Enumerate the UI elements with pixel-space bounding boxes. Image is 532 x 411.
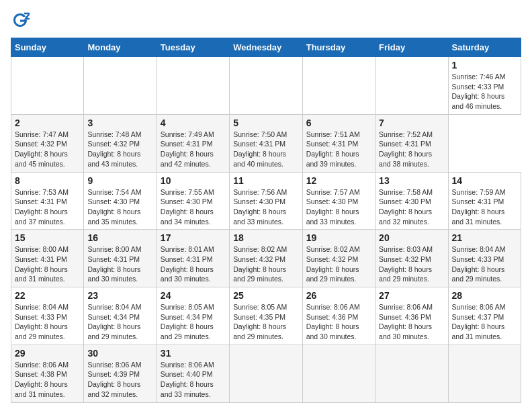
day-number: 19 — [306, 232, 371, 243]
day-cell-13: 13Sunrise: 7:58 AMSunset: 4:30 PMDayligh… — [375, 172, 448, 230]
calendar-header-row: SundayMondayTuesdayWednesdayThursdayFrid… — [11, 38, 521, 57]
day-cell-1: 1Sunrise: 7:46 AMSunset: 4:33 PMDaylight… — [448, 57, 521, 115]
day-cell-12: 12Sunrise: 7:57 AMSunset: 4:30 PMDayligh… — [302, 172, 375, 230]
day-cell-24: 24Sunrise: 8:05 AMSunset: 4:34 PMDayligh… — [157, 287, 229, 345]
day-cell-9: 9Sunrise: 7:54 AMSunset: 4:30 PMDaylight… — [84, 172, 157, 230]
day-cell-7: 7Sunrise: 7:52 AMSunset: 4:31 PMDaylight… — [375, 114, 448, 172]
day-number: 23 — [87, 290, 152, 301]
header-sunday: Sunday — [11, 38, 84, 57]
day-detail: Sunrise: 8:06 AMSunset: 4:39 PMDaylight:… — [87, 361, 141, 398]
day-cell-21: 21Sunrise: 8:04 AMSunset: 4:33 PMDayligh… — [448, 230, 521, 287]
empty-cell — [84, 57, 157, 115]
day-cell-15: 15Sunrise: 8:00 AMSunset: 4:31 PMDayligh… — [11, 230, 84, 287]
day-detail: Sunrise: 8:03 AMSunset: 4:32 PMDaylight:… — [379, 245, 433, 283]
header-monday: Monday — [84, 38, 157, 57]
day-detail: Sunrise: 7:56 AMSunset: 4:30 PMDaylight:… — [233, 188, 287, 226]
day-detail: Sunrise: 7:57 AMSunset: 4:30 PMDaylight:… — [306, 188, 360, 226]
week-row-3: 15Sunrise: 8:00 AMSunset: 4:31 PMDayligh… — [11, 230, 521, 287]
day-number: 8 — [15, 175, 80, 186]
day-detail: Sunrise: 7:46 AMSunset: 4:33 PMDaylight:… — [452, 73, 506, 110]
day-detail: Sunrise: 7:49 AMSunset: 4:31 PMDaylight:… — [161, 130, 214, 168]
day-cell-17: 17Sunrise: 8:01 AMSunset: 4:31 PMDayligh… — [157, 230, 229, 287]
empty-cell — [375, 345, 448, 402]
day-number: 22 — [15, 290, 80, 301]
day-cell-22: 22Sunrise: 8:04 AMSunset: 4:33 PMDayligh… — [11, 287, 84, 345]
day-number: 18 — [233, 232, 298, 243]
header-wednesday: Wednesday — [230, 38, 302, 57]
day-number: 21 — [452, 232, 517, 243]
day-cell-10: 10Sunrise: 7:55 AMSunset: 4:30 PMDayligh… — [157, 172, 229, 230]
day-number: 26 — [306, 290, 371, 301]
day-number: 29 — [15, 348, 80, 359]
day-cell-6: 6Sunrise: 7:51 AMSunset: 4:31 PMDaylight… — [302, 114, 375, 172]
day-number: 6 — [306, 118, 371, 128]
day-number: 17 — [161, 232, 226, 243]
day-detail: Sunrise: 8:04 AMSunset: 4:33 PMDaylight:… — [452, 245, 506, 283]
day-number: 20 — [379, 232, 444, 243]
logo-icon — [11, 11, 30, 30]
header-thursday: Thursday — [302, 38, 375, 57]
day-detail: Sunrise: 8:06 AMSunset: 4:37 PMDaylight:… — [452, 303, 506, 340]
day-detail: Sunrise: 8:06 AMSunset: 4:38 PMDaylight:… — [15, 361, 69, 398]
day-detail: Sunrise: 8:05 AMSunset: 4:34 PMDaylight:… — [161, 303, 214, 340]
day-number: 1 — [452, 60, 517, 71]
day-cell-31: 31Sunrise: 8:06 AMSunset: 4:40 PMDayligh… — [157, 345, 229, 402]
day-detail: Sunrise: 8:04 AMSunset: 4:33 PMDaylight:… — [15, 303, 69, 340]
day-cell-18: 18Sunrise: 8:02 AMSunset: 4:32 PMDayligh… — [230, 230, 302, 287]
day-number: 30 — [87, 348, 152, 359]
day-cell-14: 14Sunrise: 7:59 AMSunset: 4:31 PMDayligh… — [448, 172, 521, 230]
day-number: 14 — [452, 175, 517, 186]
day-number: 5 — [233, 118, 298, 128]
day-detail: Sunrise: 8:06 AMSunset: 4:40 PMDaylight:… — [161, 361, 214, 398]
day-detail: Sunrise: 8:06 AMSunset: 4:36 PMDaylight:… — [306, 303, 360, 340]
empty-cell — [302, 345, 375, 402]
header-saturday: Saturday — [448, 38, 521, 57]
day-detail: Sunrise: 8:04 AMSunset: 4:34 PMDaylight:… — [87, 303, 141, 340]
week-row-2: 8Sunrise: 7:53 AMSunset: 4:31 PMDaylight… — [11, 172, 521, 230]
day-detail: Sunrise: 7:59 AMSunset: 4:31 PMDaylight:… — [452, 188, 506, 226]
day-detail: Sunrise: 8:01 AMSunset: 4:31 PMDaylight:… — [161, 245, 214, 283]
day-number: 3 — [87, 118, 152, 128]
day-number: 9 — [87, 175, 152, 186]
empty-cell — [302, 57, 375, 115]
week-row-0: 1Sunrise: 7:46 AMSunset: 4:33 PMDaylight… — [11, 57, 521, 115]
day-cell-28: 28Sunrise: 8:06 AMSunset: 4:37 PMDayligh… — [448, 287, 521, 345]
day-detail: Sunrise: 7:51 AMSunset: 4:31 PMDaylight:… — [306, 130, 360, 168]
day-number: 28 — [452, 290, 517, 301]
logo — [11, 11, 32, 30]
day-cell-20: 20Sunrise: 8:03 AMSunset: 4:32 PMDayligh… — [375, 230, 448, 287]
day-detail: Sunrise: 7:54 AMSunset: 4:30 PMDaylight:… — [87, 188, 141, 226]
day-cell-23: 23Sunrise: 8:04 AMSunset: 4:34 PMDayligh… — [84, 287, 157, 345]
day-number: 27 — [379, 290, 444, 301]
empty-cell — [230, 57, 302, 115]
day-number: 4 — [161, 118, 226, 128]
day-detail: Sunrise: 8:06 AMSunset: 4:36 PMDaylight:… — [379, 303, 433, 340]
day-detail: Sunrise: 7:58 AMSunset: 4:30 PMDaylight:… — [379, 188, 433, 226]
day-detail: Sunrise: 8:05 AMSunset: 4:35 PMDaylight:… — [233, 303, 287, 340]
day-cell-5: 5Sunrise: 7:50 AMSunset: 4:31 PMDaylight… — [230, 114, 302, 172]
day-number: 24 — [161, 290, 226, 301]
day-cell-11: 11Sunrise: 7:56 AMSunset: 4:30 PMDayligh… — [230, 172, 302, 230]
day-detail: Sunrise: 7:48 AMSunset: 4:32 PMDaylight:… — [87, 130, 141, 168]
day-detail: Sunrise: 7:55 AMSunset: 4:30 PMDaylight:… — [161, 188, 214, 226]
day-cell-25: 25Sunrise: 8:05 AMSunset: 4:35 PMDayligh… — [230, 287, 302, 345]
header-friday: Friday — [375, 38, 448, 57]
day-detail: Sunrise: 7:50 AMSunset: 4:31 PMDaylight:… — [233, 130, 287, 168]
day-cell-19: 19Sunrise: 8:02 AMSunset: 4:32 PMDayligh… — [302, 230, 375, 287]
empty-cell — [448, 345, 521, 402]
day-detail: Sunrise: 8:00 AMSunset: 4:31 PMDaylight:… — [15, 245, 69, 283]
week-row-5: 29Sunrise: 8:06 AMSunset: 4:38 PMDayligh… — [11, 345, 521, 402]
day-cell-30: 30Sunrise: 8:06 AMSunset: 4:39 PMDayligh… — [84, 345, 157, 402]
day-cell-2: 2Sunrise: 7:47 AMSunset: 4:32 PMDaylight… — [11, 114, 84, 172]
empty-cell — [11, 57, 84, 115]
week-row-4: 22Sunrise: 8:04 AMSunset: 4:33 PMDayligh… — [11, 287, 521, 345]
day-cell-3: 3Sunrise: 7:48 AMSunset: 4:32 PMDaylight… — [84, 114, 157, 172]
day-detail: Sunrise: 8:00 AMSunset: 4:31 PMDaylight:… — [87, 245, 141, 283]
header-tuesday: Tuesday — [157, 38, 229, 57]
empty-cell — [375, 57, 448, 115]
calendar-table: SundayMondayTuesdayWednesdayThursdayFrid… — [11, 38, 521, 403]
day-number: 31 — [161, 348, 226, 359]
day-number: 10 — [161, 175, 226, 186]
empty-cell — [230, 345, 302, 402]
day-cell-4: 4Sunrise: 7:49 AMSunset: 4:31 PMDaylight… — [157, 114, 229, 172]
